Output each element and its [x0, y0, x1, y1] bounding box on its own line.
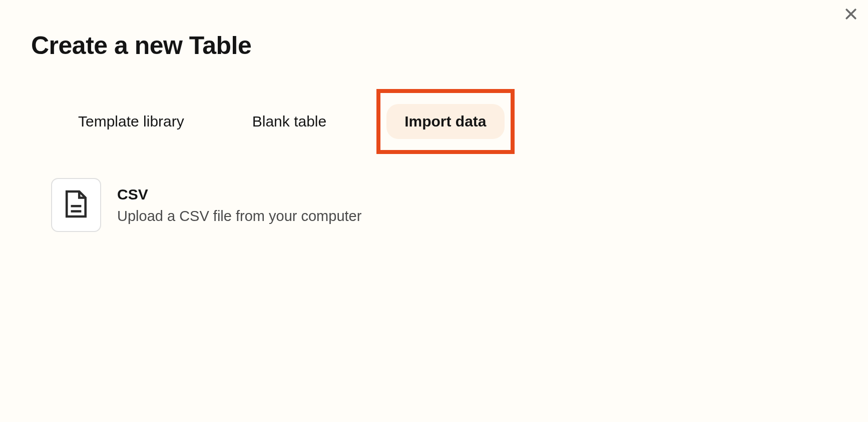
close-icon	[843, 6, 858, 24]
import-options: CSV Upload a CSV file from your computer	[31, 178, 837, 232]
file-icon	[64, 189, 89, 221]
tabs-row: Template library Blank table Import data	[31, 89, 837, 154]
option-csv[interactable]: CSV Upload a CSV file from your computer	[51, 178, 837, 232]
tab-blank-table[interactable]: Blank table	[234, 104, 344, 139]
tab-template-library[interactable]: Template library	[60, 104, 202, 139]
close-button[interactable]	[841, 5, 861, 25]
highlight-annotation: Import data	[376, 89, 514, 154]
option-text: CSV Upload a CSV file from your computer	[117, 186, 361, 224]
dialog-title: Create a new Table	[31, 31, 837, 60]
option-csv-description: Upload a CSV file from your computer	[117, 208, 361, 224]
option-icon-container	[51, 178, 101, 232]
option-csv-title: CSV	[117, 186, 361, 203]
tab-import-data[interactable]: Import data	[386, 104, 504, 139]
